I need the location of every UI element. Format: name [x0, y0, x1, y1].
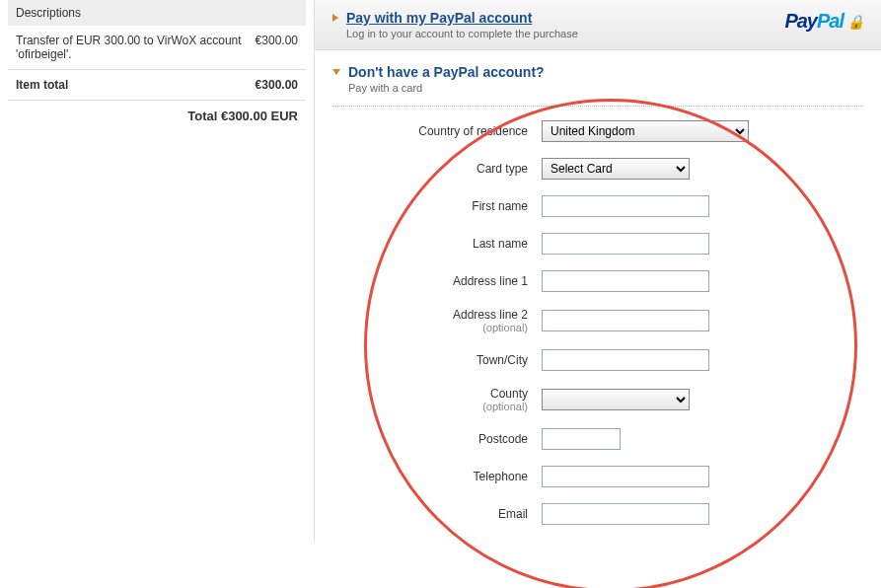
address1-input[interactable]	[542, 270, 709, 292]
telephone-label: Telephone	[315, 470, 542, 483]
card-type-select[interactable]: Select Card	[542, 158, 690, 180]
guest-section-title[interactable]: Don't have a PayPal account?	[348, 64, 545, 80]
lock-icon: 🔒	[847, 14, 863, 30]
item-total-label: Item total	[16, 78, 68, 92]
grand-total: Total €300.00 EUR	[8, 101, 306, 131]
line-item-row: Transfer of EUR 300.00 to VirWoX account…	[8, 26, 306, 70]
card-type-label: Card type	[315, 162, 542, 176]
postcode-label: Postcode	[315, 432, 542, 446]
paypal-logo: PayPal 🔒	[784, 10, 863, 33]
email-input[interactable]	[542, 503, 709, 525]
line-item-description: Transfer of EUR 300.00 to VirWoX account…	[16, 34, 256, 61]
address2-input[interactable]	[542, 310, 709, 331]
country-select[interactable]: United Kingdom	[542, 120, 749, 142]
divider	[332, 106, 863, 107]
postcode-input[interactable]	[542, 428, 621, 450]
line-item-amount: €300.00	[256, 34, 298, 61]
item-total-row: Item total €300.00	[8, 70, 306, 101]
address1-label: Address line 1	[315, 274, 542, 288]
guest-form: Country of residence United Kingdom Card…	[315, 114, 881, 525]
guest-checkout-section: Don't have a PayPal account? Pay with a …	[315, 50, 881, 94]
first-name-input[interactable]	[542, 195, 709, 217]
last-name-input[interactable]	[542, 233, 709, 255]
town-input[interactable]	[542, 349, 709, 371]
chevron-right-icon	[332, 14, 338, 22]
address2-label: Address line 2 (optional)	[315, 308, 542, 333]
county-select[interactable]	[542, 389, 690, 410]
checkout-main: Pay with my PayPal account Log in to you…	[314, 0, 881, 541]
sidebar-header: Descriptions	[8, 0, 306, 26]
country-label: Country of residence	[315, 124, 542, 138]
town-label: Town/City	[315, 353, 542, 367]
last-name-label: Last name	[315, 237, 542, 251]
order-summary-sidebar: Descriptions Transfer of EUR 300.00 to V…	[8, 0, 314, 541]
item-total-amount: €300.00	[256, 78, 298, 92]
pay-with-paypal-section[interactable]: Pay with my PayPal account Log in to you…	[315, 0, 881, 50]
pay-with-paypal-subtitle: Log in to your account to complete the p…	[346, 28, 578, 39]
pay-with-paypal-link[interactable]: Pay with my PayPal account	[346, 10, 578, 26]
email-label: Email	[315, 507, 542, 521]
telephone-input[interactable]	[542, 466, 709, 487]
chevron-down-icon	[332, 69, 340, 75]
first-name-label: First name	[315, 199, 542, 213]
county-label: County (optional)	[315, 387, 542, 412]
guest-section-subtitle: Pay with a card	[348, 82, 545, 94]
